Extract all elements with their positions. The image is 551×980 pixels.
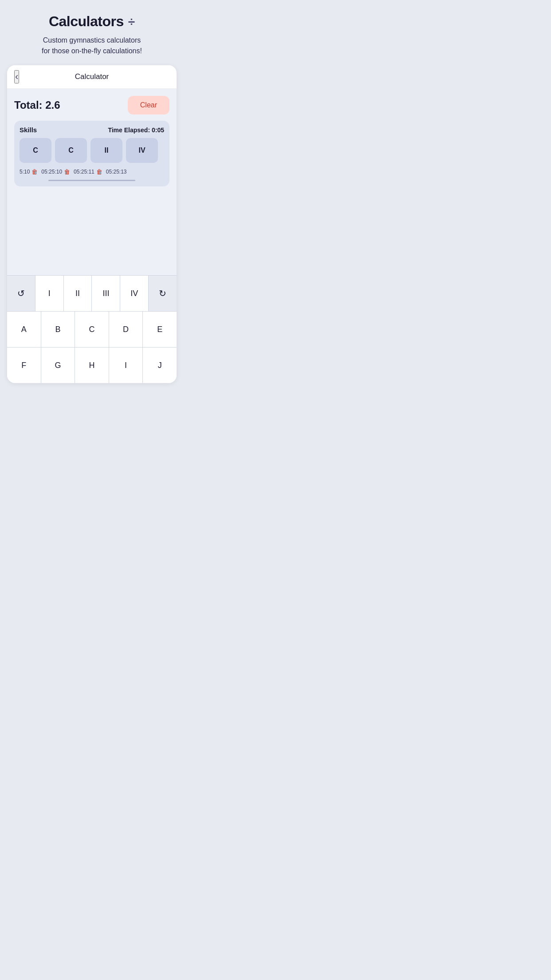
delete-skill-0[interactable]: 🗑	[31, 168, 38, 175]
app-header: Calculators ÷	[49, 13, 135, 30]
timestamp-group-3: 05:25:13	[106, 169, 127, 175]
key-redo[interactable]: ↻	[149, 276, 177, 311]
card-title: Calculator	[75, 72, 109, 81]
key-A[interactable]: A	[7, 312, 41, 347]
timestamp-group-1: 05:25:10 🗑	[41, 168, 70, 175]
key-III[interactable]: III	[92, 276, 120, 311]
key-I2[interactable]: I	[109, 348, 143, 383]
skills-header: Skills Time Elapsed: 0:05	[20, 126, 164, 134]
clear-button[interactable]: Clear	[128, 96, 169, 115]
time-elapsed-label: Time Elapsed: 0:05	[108, 126, 164, 134]
key-J[interactable]: J	[143, 348, 177, 383]
key-B[interactable]: B	[41, 312, 75, 347]
key-H[interactable]: H	[75, 348, 109, 383]
timestamp-group-2: 05:25:11 🗑	[74, 168, 102, 175]
key-II[interactable]: II	[64, 276, 92, 311]
key-C[interactable]: C	[75, 312, 109, 347]
keyboard-row-3: F G H I J	[7, 348, 177, 383]
key-D[interactable]: D	[109, 312, 143, 347]
skills-section: Skills Time Elapsed: 0:05 C C II IV 5:10…	[14, 121, 169, 186]
timestamp-0: 5:10	[20, 169, 30, 175]
key-I[interactable]: I	[35, 276, 64, 311]
key-G[interactable]: G	[41, 348, 75, 383]
keyboard-row-2: A B C D E	[7, 312, 177, 348]
skill-chip-1[interactable]: C	[55, 138, 87, 163]
timestamp-group-0: 5:10 🗑	[20, 168, 38, 175]
keyboard-section: ↺ I II III IV ↻ A B C D E F G H I J	[7, 275, 177, 383]
delete-skill-2[interactable]: 🗑	[96, 168, 102, 175]
card-header: ‹ Calculator	[7, 65, 177, 89]
timestamps-row: 5:10 🗑 05:25:10 🗑 05:25:11 🗑 05:25:13	[20, 168, 164, 176]
skills-label: Skills	[20, 126, 37, 134]
key-E[interactable]: E	[143, 312, 177, 347]
total-row: Total: 2.6 Clear	[14, 96, 169, 115]
back-button[interactable]: ‹	[14, 70, 19, 83]
timestamp-3: 05:25:13	[106, 169, 127, 175]
skill-chips-row: C C II IV	[20, 138, 164, 165]
scroll-indicator	[48, 180, 135, 181]
divide-icon: ÷	[128, 15, 135, 29]
app-title: Calculators	[49, 13, 124, 30]
calculator-body: Total: 2.6 Clear Skills Time Elapsed: 0:…	[7, 89, 177, 275]
keyboard-row-1: ↺ I II III IV ↻	[7, 276, 177, 312]
delete-skill-1[interactable]: 🗑	[64, 168, 70, 175]
calculator-card: ‹ Calculator Total: 2.6 Clear Skills Tim…	[7, 65, 177, 383]
skill-chip-3[interactable]: IV	[126, 138, 158, 163]
skill-chip-0[interactable]: C	[20, 138, 51, 163]
timestamp-2: 05:25:11	[74, 169, 94, 175]
key-F[interactable]: F	[7, 348, 41, 383]
timestamp-1: 05:25:10	[41, 169, 62, 175]
key-undo[interactable]: ↺	[7, 276, 35, 311]
key-IV[interactable]: IV	[120, 276, 149, 311]
total-label: Total: 2.6	[14, 99, 60, 111]
app-subtitle: Custom gymnastics calculators for those …	[42, 35, 142, 56]
skill-chip-2[interactable]: II	[91, 138, 122, 163]
